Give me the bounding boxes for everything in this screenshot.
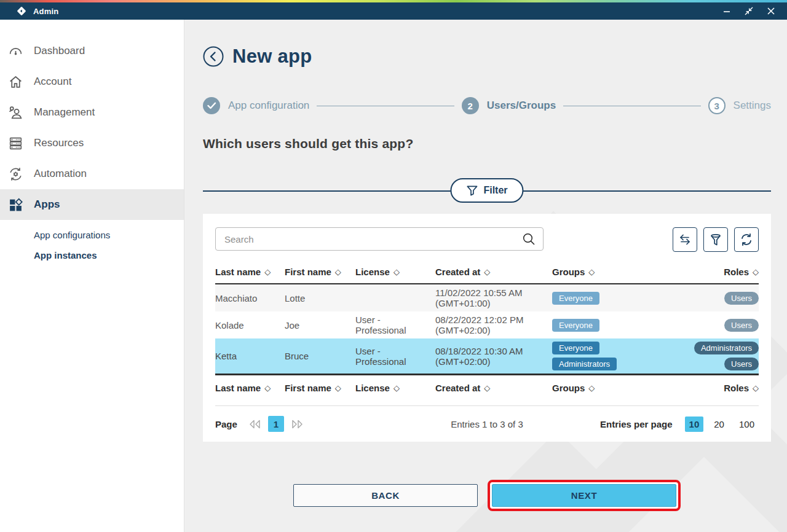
next-page-icon[interactable] — [290, 420, 304, 429]
sidebar-item-label: Resources — [34, 137, 84, 149]
apps-icon — [7, 197, 23, 213]
swap-columns-button[interactable] — [673, 227, 697, 252]
cell-created-at: 11/02/2022 10:55 AM (GMT+01:00) — [435, 288, 552, 308]
cell-first-name: Lotte — [285, 293, 355, 303]
column-header-created-at[interactable]: Created at◇ — [435, 267, 552, 277]
sort-diamond-icon[interactable]: ◇ — [335, 267, 341, 276]
filter-table-button[interactable] — [703, 227, 728, 252]
page-label: Page — [215, 419, 237, 429]
sort-diamond-icon[interactable]: ◇ — [753, 383, 759, 393]
sort-diamond-icon[interactable]: ◇ — [264, 383, 271, 393]
previous-page-icon[interactable] — [248, 420, 262, 429]
sort-diamond-icon[interactable]: ◇ — [753, 267, 759, 276]
column-header-roles[interactable]: Roles◇ — [691, 383, 759, 393]
back-circle-icon[interactable] — [203, 46, 224, 67]
sidebar-item-dashboard[interactable]: Dashboard — [0, 36, 184, 66]
step-done-check-icon — [203, 97, 220, 114]
role-badge: Users — [724, 292, 759, 305]
main-area: New app App configuration 2 Users/Groups — [184, 20, 787, 532]
filter-toggle-button[interactable]: Filter — [450, 178, 523, 203]
table-body: MacchiatoLotte11/02/2022 10:55 AM (GMT+0… — [215, 284, 759, 374]
funnel-icon — [466, 185, 478, 197]
table-row[interactable]: KettaBruceUser - Professional08/18/2022 … — [215, 338, 759, 374]
group-badge: Everyone — [552, 319, 599, 332]
gear-sync-icon — [7, 166, 23, 182]
column-header-label: License — [355, 267, 390, 277]
sidebar-item-apps[interactable]: Apps — [0, 189, 184, 220]
sort-diamond-icon[interactable]: ◇ — [394, 383, 400, 393]
sidebar-item-label: Automation — [34, 168, 87, 180]
back-button[interactable]: BACK — [293, 484, 478, 507]
step-label: App configuration — [228, 100, 309, 112]
sidebar-item-automation[interactable]: Automation — [0, 158, 184, 189]
cell-last-name: Kolade — [215, 320, 285, 331]
step-number: 2 — [462, 97, 479, 114]
sidebar-item-management[interactable]: Management — [0, 97, 184, 128]
step-label: Settings — [734, 100, 771, 112]
pagination-bar: Page 1 Entries 1 to 3 of 3 — [215, 406, 759, 442]
sidebar-subitem-app-instances[interactable]: App instances — [34, 245, 184, 265]
sort-diamond-icon[interactable]: ◇ — [394, 267, 400, 276]
server-rack-icon — [7, 135, 23, 151]
table-row[interactable]: KoladeJoeUser - Professional08/22/2022 1… — [215, 311, 759, 338]
column-header-label: Roles — [724, 383, 749, 393]
sidebar-item-resources[interactable]: Resources — [0, 128, 184, 158]
close-button[interactable] — [766, 6, 776, 16]
table-row[interactable]: MacchiatoLotte11/02/2022 10:55 AM (GMT+0… — [215, 284, 759, 311]
step-users-groups[interactable]: 2 Users/Groups — [462, 97, 556, 114]
cell-license: User - Professional — [355, 315, 435, 335]
refresh-button[interactable] — [734, 227, 759, 252]
step-settings[interactable]: 3 Settings — [708, 97, 771, 114]
sort-diamond-icon[interactable]: ◇ — [264, 267, 271, 276]
sidebar-subitem-app-configurations[interactable]: App configurations — [34, 225, 184, 245]
table-header-row: Last name◇First name◇License◇Created at◇… — [215, 267, 759, 284]
column-header-first-name[interactable]: First name◇ — [285, 383, 355, 393]
step-number: 3 — [708, 97, 726, 114]
sort-diamond-icon[interactable]: ◇ — [335, 383, 341, 393]
sort-diamond-icon[interactable]: ◇ — [588, 383, 595, 393]
current-page-button[interactable]: 1 — [268, 416, 284, 432]
filter-label: Filter — [483, 185, 507, 196]
sidebar-item-account[interactable]: Account — [0, 66, 184, 97]
per-page-option-100[interactable]: 100 — [735, 417, 759, 432]
per-page-options: 1020100 — [685, 417, 759, 432]
column-header-created-at[interactable]: Created at◇ — [435, 383, 552, 393]
cell-last-name: Macchiato — [215, 293, 285, 303]
column-header-label: First name — [285, 267, 331, 277]
app-logo-icon — [16, 6, 27, 17]
cell-groups: Everyone — [552, 292, 691, 305]
step-label: Users/Groups — [487, 100, 556, 112]
cell-last-name: Ketta — [215, 351, 285, 361]
cell-roles: AdministratorsUsers — [691, 342, 759, 370]
sort-diamond-icon[interactable]: ◇ — [484, 383, 490, 393]
sidebar-item-label: Account — [34, 76, 71, 88]
column-header-label: Last name — [215, 383, 261, 393]
search-input[interactable] — [215, 227, 544, 251]
cell-roles: Users — [691, 319, 759, 332]
per-page-option-20[interactable]: 20 — [710, 417, 729, 432]
column-header-last-name[interactable]: Last name◇ — [215, 383, 285, 393]
per-page-option-10[interactable]: 10 — [685, 417, 704, 432]
home-icon — [7, 74, 23, 90]
column-header-last-name[interactable]: Last name◇ — [215, 267, 285, 277]
column-header-groups[interactable]: Groups◇ — [552, 383, 691, 393]
column-header-license[interactable]: License◇ — [355, 383, 435, 393]
column-header-groups[interactable]: Groups◇ — [552, 267, 691, 277]
funnel-icon — [710, 233, 722, 246]
column-header-roles[interactable]: Roles◇ — [691, 267, 759, 277]
column-header-license[interactable]: License◇ — [355, 267, 435, 277]
next-button-highlight-annotation: NEXT — [488, 480, 681, 511]
cell-groups: EveryoneAdministrators — [552, 342, 691, 370]
step-app-configuration[interactable]: App configuration — [203, 97, 309, 114]
sort-diamond-icon[interactable]: ◇ — [588, 267, 595, 276]
group-badge: Everyone — [552, 292, 599, 305]
sort-diamond-icon[interactable]: ◇ — [484, 267, 490, 276]
cell-created-at: 08/22/2022 12:02 PM (GMT+02:00) — [435, 315, 552, 335]
sidebar-item-label: Apps — [34, 198, 60, 211]
restore-window-button[interactable] — [744, 6, 754, 16]
next-button[interactable]: NEXT — [492, 484, 676, 507]
minimize-button[interactable] — [722, 6, 732, 16]
group-badge: Administrators — [552, 358, 617, 370]
column-header-first-name[interactable]: First name◇ — [285, 267, 355, 277]
stepper-connector — [563, 106, 700, 106]
